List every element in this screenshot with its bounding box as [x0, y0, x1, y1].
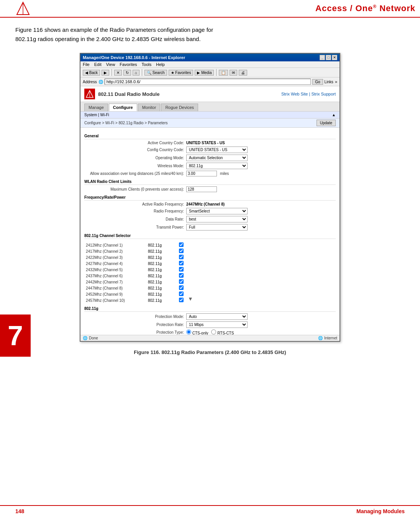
active-freq-row: Active Radio Frequency: 2447MHz (Channel…	[84, 202, 336, 206]
mail-button[interactable]: ✉	[230, 70, 237, 76]
channel-1-check[interactable]	[177, 242, 188, 248]
address-bar: Address 🌐 Go Links »	[80, 77, 340, 86]
history-button[interactable]: 📋	[219, 70, 228, 76]
section-general-title: General	[84, 134, 336, 139]
data-rate-select[interactable]: best	[186, 216, 248, 222]
favorites-button[interactable]: ★ Favorites	[169, 70, 194, 76]
media-button[interactable]: ▶ Media	[195, 70, 214, 76]
menu-favorites[interactable]: Favorites	[120, 62, 137, 67]
protection-type-row: Protection Type: CTS-only RTS-CTS	[84, 329, 336, 335]
channel-2-check[interactable]	[177, 248, 188, 254]
operating-mode-label: Operating Mode:	[84, 156, 184, 160]
config-country-select[interactable]: UNITED STATES - US	[186, 147, 248, 153]
browser-statusbar: 🌐 Done 🌐 Internet	[80, 335, 340, 341]
tab-rogue-devices[interactable]: Rogue Devices	[161, 104, 198, 111]
channel-row-3: 2422Mhz (Channel 3) 802.11g	[84, 254, 188, 260]
channel-10-check[interactable]	[177, 297, 188, 303]
tab-monitor[interactable]: Monitor	[138, 104, 161, 111]
channel-scrollbar[interactable]: ▼	[188, 240, 193, 303]
home-button[interactable]: ⌂	[133, 70, 139, 76]
forward-button[interactable]: ▶	[102, 70, 109, 76]
channel-5-check[interactable]	[177, 267, 188, 273]
menu-edit[interactable]: Edit	[94, 62, 102, 67]
status-left: 🌐 Done	[83, 336, 98, 340]
operating-mode-select[interactable]: Automatic Selection	[186, 155, 248, 161]
max-clients-input[interactable]	[186, 186, 217, 192]
chapter-box: 7	[0, 315, 31, 357]
close-button[interactable]: ✕	[332, 55, 337, 60]
active-freq-value: 2447MHz (Channel 8)	[186, 202, 225, 206]
address-label: Address	[83, 80, 97, 84]
operating-mode-row: Operating Mode: Automatic Selection	[84, 155, 336, 161]
channel-6-check[interactable]	[177, 273, 188, 279]
channel-3-check[interactable]	[177, 254, 188, 260]
channel-9-check[interactable]	[177, 291, 188, 297]
tab-manage[interactable]: Manage	[84, 104, 108, 111]
maximize-button[interactable]: □	[326, 55, 331, 60]
address-input[interactable]	[105, 79, 311, 85]
page-header-left: 802.11 Dual Radio Module	[84, 89, 159, 99]
channel-7-check[interactable]	[177, 279, 188, 285]
channel-3-mode: 802.11g	[146, 254, 177, 260]
menu-help[interactable]: Help	[156, 62, 165, 67]
protection-mode-select[interactable]: Auto	[186, 313, 248, 320]
channel-table: 2412Mhz (Channel 1) 802.11g 2417Mhz (Cha…	[84, 242, 188, 303]
channel-row-10: 2457Mhz (Channel 10) 802.11g	[84, 297, 188, 303]
browser-titlebar: Manager/One Device 192.168.0.6 - Interne…	[80, 54, 340, 61]
toolbar-separator-3	[216, 69, 217, 76]
scroll-up-icon[interactable]: ▲	[332, 113, 336, 117]
wireless-mode-select[interactable]: 802.11g	[186, 163, 248, 169]
menu-file[interactable]: File	[83, 62, 90, 67]
toolbar-separator	[112, 69, 112, 76]
go-button[interactable]: Go	[312, 79, 323, 85]
cts-only-radio[interactable]	[186, 329, 191, 334]
allow-assoc-input[interactable]	[186, 171, 217, 176]
data-rate-label: Data Rate:	[84, 217, 184, 221]
links-label: Links	[325, 80, 333, 84]
chapter-number: 7	[8, 320, 23, 351]
back-button[interactable]: ◀ Back	[83, 70, 100, 76]
toolbar-separator-2	[142, 69, 142, 76]
print-button[interactable]: 🖨	[239, 70, 247, 76]
search-button[interactable]: 🔍 Search	[144, 70, 167, 76]
protection-mode-row: Protection Mode: Auto	[84, 313, 336, 320]
intro-paragraph: Figure 116 shows an example of the Radio…	[15, 25, 405, 44]
rts-cts-label: RTS-CTS	[211, 329, 234, 335]
menu-tools[interactable]: Tools	[142, 62, 152, 67]
tab-configure[interactable]: Configure	[109, 104, 137, 111]
header-title: Access / One® Network	[315, 3, 415, 13]
protection-rate-select[interactable]: 11 Mbps	[186, 321, 248, 328]
stop-button[interactable]: ✕	[114, 70, 122, 76]
allow-assoc-label: Allow association over long distances (2…	[84, 171, 184, 176]
channel-row-4: 2427Mhz (Channel 4) 802.11g	[84, 260, 188, 267]
header-links[interactable]: Strix Web Site | Strix Support	[281, 92, 336, 96]
channel-row-9: 2452Mhz (Channel 9) 802.11g	[84, 291, 188, 297]
radio-freq-select[interactable]: SmartSelect	[186, 208, 248, 214]
max-clients-label: Maximum Clients (0 prevents user access)…	[84, 187, 184, 191]
menu-view[interactable]: View	[106, 62, 115, 67]
channel-8-check[interactable]	[177, 285, 188, 291]
minimize-button[interactable]: _	[320, 55, 325, 60]
wireless-mode-row: Wireless Mode: 802.11g	[84, 163, 336, 169]
status-text: Done	[89, 336, 98, 340]
channel-4-check[interactable]	[177, 260, 188, 267]
channel-row-6: 2437Mhz (Channel 6) 802.11g	[84, 273, 188, 279]
rts-cts-radio[interactable]	[211, 329, 216, 334]
channel-row-5: 2432Mhz (Channel 5) 802.11g	[84, 267, 188, 273]
section-freq-title: Frequency/Rate/Power	[84, 195, 336, 201]
channel-2-label: 2417Mhz (Channel 2)	[84, 248, 146, 254]
transmit-power-select[interactable]: Full	[186, 224, 248, 231]
page-number: 148	[15, 508, 24, 514]
channel-row-8: 2447Mhz (Channel 8) 802.11g	[84, 285, 188, 291]
config-country-row: Config Country Code: UNITED STATES - US	[84, 147, 336, 153]
active-country-value: UNITED STATES - US	[186, 141, 225, 145]
page-footer: 148 Managing Modules	[0, 505, 420, 514]
refresh-button[interactable]: ↻	[123, 70, 131, 76]
section-80211g-title: 802.11g	[84, 306, 336, 312]
channel-1-label: 2412Mhz (Channel 1)	[84, 242, 146, 248]
update-button[interactable]: Update	[317, 120, 336, 126]
channel-2-mode: 802.11g	[146, 248, 177, 254]
browser-controls[interactable]: _ □ ✕	[320, 55, 337, 60]
strix-logo-small	[84, 89, 95, 99]
browser-title-text: Manager/One Device 192.168.0.6 - Interne…	[83, 55, 185, 60]
